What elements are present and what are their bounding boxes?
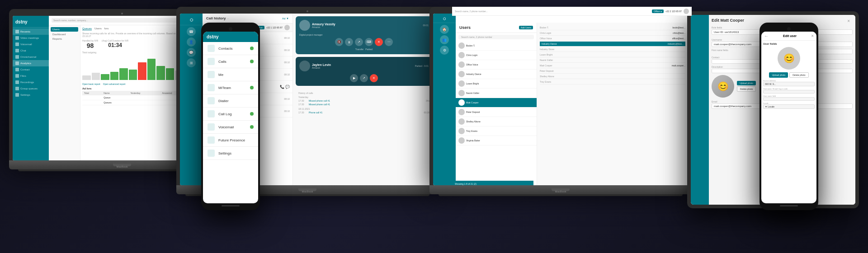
record-icon bbox=[15, 80, 19, 84]
search-input[interactable]: Search name, number, company... bbox=[52, 18, 182, 23]
sidebar-grid-icon[interactable]: ⊞ bbox=[187, 58, 196, 67]
user-list-item[interactable]: Troy Evans bbox=[456, 126, 537, 136]
eup-upload-photo[interactable]: Upload photo bbox=[769, 72, 788, 78]
nav-miteam[interactable]: MiTeam bbox=[203, 81, 258, 94]
transfer-button[interactable]: ↗ bbox=[355, 38, 363, 46]
nav-calllog[interactable]: Call Log bbox=[203, 108, 258, 121]
me-icon bbox=[208, 71, 215, 78]
active-call-jaylen: Jaylen Levin Amazon Parked - 9:01 ▶ ↗ ✕ bbox=[296, 57, 432, 86]
chart-bar bbox=[101, 74, 109, 80]
sidebar-chat-icon[interactable]: 💬 bbox=[187, 48, 196, 57]
transfer-label: Transfer bbox=[355, 48, 363, 51]
phone-camera bbox=[229, 27, 232, 31]
upload-photo-button[interactable]: Upload photo bbox=[737, 81, 756, 85]
sidebar-item-video[interactable]: Video meetings bbox=[13, 35, 49, 41]
user-list-item[interactable]: Virginia Baker bbox=[456, 136, 537, 145]
sidebar-item-chat[interactable]: Chat bbox=[13, 47, 49, 54]
chart-bar bbox=[82, 75, 91, 80]
users-sidebar-settings[interactable]: ⚙ bbox=[440, 46, 449, 55]
sidebar-item-voicemail[interactable]: Voicemail bbox=[13, 41, 49, 47]
sidebar-item-settings[interactable]: Settings bbox=[13, 92, 49, 98]
tab-users[interactable]: Users bbox=[94, 27, 102, 30]
sidebar-item-omnichannel[interactable]: Omnichannel bbox=[13, 54, 49, 60]
active-caller-name: Amaury Vassily bbox=[312, 23, 335, 26]
hangup-button[interactable]: ✕ bbox=[375, 38, 383, 46]
avatar bbox=[458, 90, 465, 96]
add-users-button[interactable]: Add Users bbox=[519, 26, 533, 29]
more-button[interactable]: ⋯ bbox=[385, 38, 393, 46]
eup-delete-photo[interactable]: Delete photo bbox=[789, 72, 808, 78]
nav-voicemail[interactable]: Voicemail bbox=[203, 121, 258, 134]
secondary-users[interactable]: Users bbox=[51, 27, 78, 32]
nav-future-presence[interactable]: Future Presence bbox=[203, 134, 258, 147]
gear-icon bbox=[15, 93, 19, 97]
users-sidebar-people[interactable]: 👥 bbox=[440, 35, 449, 44]
edit-user-phone-header: ← Edit user × bbox=[761, 32, 816, 41]
secondary-dashboard[interactable]: Dashboard bbox=[51, 32, 78, 37]
parked-label: Parked bbox=[365, 48, 373, 51]
tab-ivrs[interactable]: Ivrs bbox=[104, 27, 109, 30]
miteam-icon bbox=[208, 84, 215, 91]
secondary-reports[interactable]: Reports bbox=[51, 37, 78, 41]
user-list-item[interactable]: Naomi Gidler bbox=[456, 89, 537, 98]
avatar bbox=[458, 71, 465, 77]
users-sidebar-home[interactable]: 🏠 bbox=[440, 25, 449, 34]
chart-icon bbox=[15, 61, 19, 65]
close-button[interactable]: × bbox=[844, 18, 853, 24]
sidebar-item-groups[interactable]: Group queues bbox=[13, 85, 49, 92]
hold-button-2[interactable]: ▶ bbox=[350, 74, 358, 82]
sidebar-people-icon[interactable]: 👤 bbox=[187, 37, 196, 47]
user-list-item-active[interactable]: Matt Cooper bbox=[456, 98, 537, 108]
edit-user-phone-body: User fields 😊 Upload photo Delete photo … bbox=[761, 41, 816, 203]
call-app-logo: ⬡ bbox=[180, 17, 203, 23]
call-type-icon: 📞 bbox=[280, 85, 284, 89]
open-advanced-report[interactable]: Open advanced report bbox=[103, 83, 126, 85]
keypad-button[interactable]: ⌨ bbox=[365, 38, 373, 46]
active-caller-company: Amazon bbox=[312, 26, 335, 28]
hold-button[interactable]: ⏸ bbox=[345, 38, 353, 46]
user-list-item[interactable]: Office Voice bbox=[456, 60, 537, 70]
active-avatar-2 bbox=[299, 61, 310, 71]
sidebar-phone-icon[interactable]: ☎ bbox=[187, 27, 196, 36]
call-history-options[interactable]: ··· bbox=[227, 17, 229, 20]
delete-photo-button[interactable]: Delete photo bbox=[737, 86, 756, 92]
user-list-item[interactable]: Industry Dance bbox=[456, 70, 537, 79]
chart-bar bbox=[156, 66, 165, 80]
user-list-item[interactable]: Peter Deposit bbox=[456, 108, 537, 117]
user-list-item[interactable]: Chris Login bbox=[456, 51, 537, 60]
user-list-item[interactable]: Boden T. bbox=[456, 41, 537, 51]
calls-icon bbox=[208, 58, 215, 65]
tab-queues[interactable]: Queues bbox=[82, 27, 92, 30]
chart-bar bbox=[166, 68, 175, 80]
sidebar-item-recordings[interactable]: Recordings bbox=[13, 79, 49, 85]
nav-settings[interactable]: Settings bbox=[203, 147, 258, 160]
sidebar-item-contact[interactable]: Contact bbox=[13, 66, 49, 73]
sidebar-item-analytics[interactable]: Analytics bbox=[13, 60, 49, 66]
eup-back-icon[interactable]: ← bbox=[764, 33, 769, 38]
mute-button[interactable]: 🔇 bbox=[335, 38, 343, 46]
eup-section-title: User fields bbox=[763, 42, 815, 45]
chart-bar bbox=[110, 72, 119, 80]
col-total: Total bbox=[82, 91, 102, 95]
transfer-button-2[interactable]: ↗ bbox=[360, 74, 368, 82]
call-history-add[interactable]: Ad ▼ bbox=[282, 17, 289, 20]
open-basic-report[interactable]: Open basic report bbox=[82, 83, 100, 85]
sidebar-item-files[interactable]: Files bbox=[13, 73, 49, 79]
nav-me[interactable]: Me bbox=[203, 68, 258, 81]
sidebar-item-recents[interactable]: Recents bbox=[13, 28, 49, 35]
voicemail-icon bbox=[15, 42, 19, 46]
user-list-item[interactable]: Losen Bright bbox=[456, 79, 537, 89]
eup-close-button[interactable]: × bbox=[811, 33, 814, 38]
user-avatar-center bbox=[284, 25, 290, 30]
history-section: History of calls Yesterday 17:30 Missed … bbox=[296, 89, 432, 116]
users-search[interactable]: Search name, 2 phone number bbox=[458, 35, 534, 39]
jaylen-company: Amazon bbox=[312, 66, 331, 69]
user-list-item[interactable]: Shelley Altone bbox=[456, 117, 537, 126]
nav-contacts[interactable]: Contacts bbox=[203, 42, 258, 55]
nav-dot bbox=[250, 47, 254, 50]
users-panel-title: Users bbox=[459, 25, 471, 30]
nav-dialler[interactable]: Dialler bbox=[203, 94, 258, 108]
active-call-amaury: Amaury Vassily Amazon 09:01 Digital proj… bbox=[296, 16, 432, 54]
hangup-button-2[interactable]: ✕ bbox=[370, 74, 378, 82]
nav-calls[interactable]: Calls bbox=[203, 55, 258, 68]
